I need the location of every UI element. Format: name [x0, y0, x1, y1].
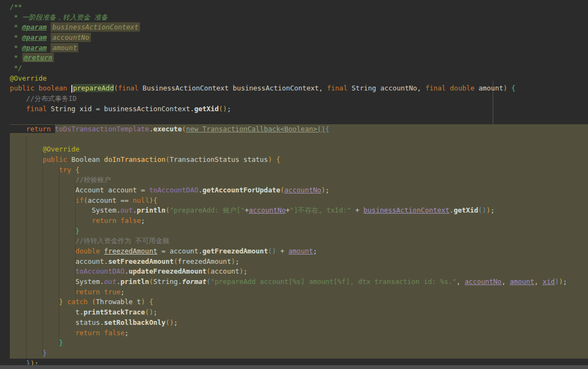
code-token: "prepareAdd: 账户["	[170, 206, 245, 214]
code-token: toAccountDAO	[75, 267, 124, 275]
code-token	[10, 105, 26, 113]
code-line[interactable]: double freezedAmount = account.getFreeze…	[10, 246, 588, 257]
indent-guide	[75, 180, 76, 298]
code-line[interactable]: }	[10, 338, 588, 348]
code-token: {	[326, 125, 330, 133]
code-token: @param	[22, 23, 47, 31]
code-line[interactable]: }	[10, 348, 588, 359]
code-token: (	[206, 267, 211, 275]
code-line[interactable]: //校验账户	[10, 175, 588, 185]
code-line[interactable]: //分布式事务ID	[10, 94, 588, 104]
code-token: boolean	[39, 84, 68, 92]
code-line[interactable]: * @param businessActionContext	[10, 22, 588, 33]
code-line[interactable]: return false;	[10, 328, 588, 338]
code-token: (	[92, 298, 96, 306]
code-line[interactable]: /**	[10, 2, 588, 13]
code-token: *	[10, 33, 22, 41]
code-token: /**	[10, 3, 22, 11]
code-token: }	[75, 227, 79, 235]
code-token: //分布式事务ID	[26, 94, 77, 102]
code-line[interactable]: * 一阶段准备，转入资金 准备	[10, 13, 588, 23]
code-line[interactable]: try {	[10, 165, 588, 176]
code-token: ;	[235, 257, 240, 265]
code-token: final	[327, 84, 348, 92]
code-token: amount	[510, 277, 534, 286]
code-token	[67, 84, 71, 92]
code-token: businessActionContext	[51, 22, 140, 32]
code-line[interactable]: public boolean prepareAdd(final Business…	[10, 83, 588, 94]
code-line[interactable]: return true;	[10, 287, 588, 298]
indent-guide	[42, 147, 43, 356]
code-line[interactable]: final String xid = businessActionContext…	[10, 104, 588, 114]
code-token: printStackTrace	[83, 308, 145, 316]
code-line[interactable]: @Override	[10, 74, 588, 84]
code-token: false	[104, 329, 125, 337]
code-token: return	[75, 288, 100, 296]
code-token: )	[486, 206, 491, 214]
code-line[interactable]: return false;	[10, 216, 588, 226]
code-line[interactable]: if(account == null){	[10, 196, 588, 206]
code-line[interactable]: } catch (Throwable t) {	[10, 297, 588, 307]
code-token: amount	[475, 84, 504, 92]
code-token	[34, 84, 39, 92]
code-token: }	[42, 349, 47, 357]
code-token: ;	[227, 105, 231, 113]
code-token	[10, 94, 26, 102]
code-token: final	[425, 84, 446, 92]
code-line[interactable]: toAccountDAO.updateFreezedAmount(account…	[10, 267, 588, 277]
code-token: getAccountForUpdate	[203, 186, 280, 194]
code-token: ;	[243, 267, 248, 275]
code-token: +	[276, 247, 289, 255]
code-line[interactable]: account.setFreezedAmount(freezedAmount);	[10, 257, 588, 267]
code-line[interactable]: Account account = toAccountDAO.getAccoun…	[10, 185, 588, 196]
code-token: ;	[120, 288, 125, 296]
code-token: account	[211, 267, 240, 275]
code-line[interactable]: status.setRollbackOnly();	[10, 318, 588, 328]
code-token	[10, 125, 26, 133]
code-line[interactable]: * @param accountNo	[10, 33, 588, 43]
code-token: prepareAdd	[73, 84, 114, 92]
code-token: = account.	[157, 247, 203, 255]
code-token: return	[92, 216, 117, 225]
horizontal-scrollbar[interactable]	[0, 365, 588, 369]
code-token: {	[149, 298, 154, 306]
code-token: "prepareAdd account[%s] amount[%f], dtx …	[211, 277, 457, 286]
code-line[interactable]: t.printStackTrace();	[10, 307, 588, 318]
code-token: ()	[219, 105, 227, 113]
code-token: format	[182, 277, 206, 286]
code-token: false	[120, 216, 141, 225]
code-token: accountNo	[249, 206, 286, 214]
code-line[interactable]: * @param amount	[10, 43, 588, 53]
code-line[interactable]: */	[10, 63, 588, 74]
code-token: catch	[67, 298, 88, 306]
code-token: ;	[491, 206, 495, 214]
code-editor: /** * 一阶段准备，转入资金 准备 * @param businessAct…	[0, 0, 588, 369]
code-token: +	[351, 206, 364, 214]
code-token: )	[503, 84, 507, 92]
code-line[interactable]: @Override	[10, 144, 588, 155]
code-line[interactable]: System.out.println("prepareAdd: 账户["+acc…	[10, 205, 588, 216]
code-line[interactable]: * @return	[10, 53, 588, 63]
code-line[interactable]: public Boolean doInTransaction(Transacti…	[10, 155, 588, 165]
code-line[interactable]: System.out.println(String.format("prepar…	[10, 277, 588, 287]
code-line[interactable]: //待转入资金作为 不可用金额	[10, 236, 588, 246]
code-line[interactable]: return toDsTransactionTemplate.execute(n…	[10, 124, 588, 135]
code-token: {	[511, 84, 516, 92]
code-token: (	[83, 196, 88, 204]
code-line[interactable]	[10, 135, 588, 145]
code-token: .	[450, 206, 454, 214]
code-token: println	[137, 206, 166, 214]
code-token: +	[244, 206, 249, 214]
code-token: ()	[478, 206, 486, 214]
code-token: xid	[542, 277, 555, 286]
code-line[interactable]: }	[10, 226, 588, 237]
code-token: @param	[22, 33, 47, 41]
code-line[interactable]	[10, 114, 588, 124]
code-token: accountNo	[51, 33, 91, 42]
code-token: }	[59, 298, 63, 306]
code-token	[10, 166, 59, 174]
code-token: account ==	[88, 196, 133, 204]
code-token: }	[59, 338, 63, 347]
code-token	[100, 247, 105, 255]
code-token: "]不存在, txId:"	[290, 206, 351, 214]
